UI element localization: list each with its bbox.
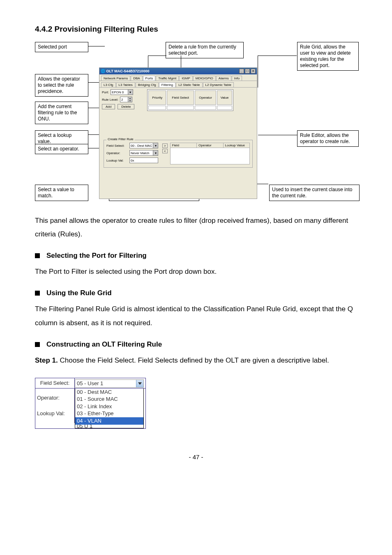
callout-select-value: Select a value to match. bbox=[35, 185, 88, 201]
tab-ports[interactable]: Ports bbox=[143, 76, 156, 81]
square-bullet-icon bbox=[35, 253, 40, 258]
dd-field-select-label: Field Select: bbox=[40, 380, 70, 386]
sec3-step1: Step 1. Choose the Field Select. Field S… bbox=[35, 354, 357, 367]
list-col-field: Field bbox=[171, 143, 197, 148]
section-heading: 4.4.2 Provisioning Filtering Rules bbox=[35, 25, 357, 34]
port-select[interactable]: EPON 0 ▾ bbox=[111, 89, 133, 95]
create-filter-rule-legend: Create Filter Rule bbox=[106, 137, 135, 141]
operator-label: Operator: bbox=[106, 151, 128, 155]
subtab-bridging[interactable]: Bridging Cfg bbox=[136, 82, 159, 87]
app-window: 🌐 OLT MAC-544B37210000 _ □ × Network Par… bbox=[99, 67, 257, 199]
chevron-down-icon: ▾ bbox=[153, 150, 158, 155]
col-operator: Operator bbox=[195, 90, 216, 105]
square-bullet-icon bbox=[35, 342, 40, 347]
dd-lookup-label: Lookup Val: bbox=[37, 410, 73, 416]
tab-alarms[interactable]: Alarms bbox=[216, 76, 231, 81]
window-controls[interactable]: _ □ × bbox=[239, 69, 256, 74]
list-col-lookup: Lookup Value bbox=[224, 143, 249, 148]
callout-used-insert-clause: Used to insert the current clause into t… bbox=[269, 185, 360, 201]
field-select-label: Field Select: bbox=[106, 144, 128, 148]
insert-clause-button[interactable]: > bbox=[162, 143, 168, 148]
subtab-l2static[interactable]: L2 Static Table bbox=[176, 82, 202, 87]
subheading-selecting-port: Selecting the Port for Filtering bbox=[35, 252, 357, 260]
callout-selected-port: Selected port bbox=[35, 42, 88, 52]
square-bullet-icon bbox=[35, 291, 40, 296]
tab-dba[interactable]: DBA bbox=[131, 76, 142, 81]
subheading-constructing-rule: Constructing an OLT Filtering Rule bbox=[35, 340, 357, 349]
field-select-dropdown-screenshot: Field Select: 05 - User 1 Operator: Look… bbox=[35, 378, 146, 429]
rule-level-label: Rule Level: bbox=[102, 98, 118, 102]
dd-option[interactable]: 00 - Dest MAC bbox=[75, 388, 143, 396]
window-title: 🌐 OLT MAC-544B37210000 bbox=[101, 69, 149, 73]
intro-paragraph: This panel allows the operator to create… bbox=[35, 214, 357, 241]
tab-mdio-gpio[interactable]: MDIO/GPIO bbox=[193, 76, 216, 81]
chevron-down-icon[interactable] bbox=[136, 380, 143, 387]
callout-delete-rule: Delete a rule from the currently selecte… bbox=[166, 42, 244, 58]
port-label: Port: bbox=[102, 90, 109, 94]
lookup-val-input[interactable]: 0x bbox=[129, 157, 158, 163]
rule-level-spinner[interactable]: 2 ▴▾ bbox=[120, 97, 132, 102]
subheading-rule-grid: Using the Rule Grid bbox=[35, 289, 357, 297]
maximize-icon[interactable]: □ bbox=[245, 69, 250, 74]
chevron-down-icon: ▾ bbox=[128, 90, 133, 95]
callout-add-current: Add the current filtering rule to the ON… bbox=[35, 102, 88, 124]
field-select-dropdown[interactable]: 00 - Dest MAC ▾ bbox=[129, 143, 158, 148]
minimize-icon[interactable]: _ bbox=[239, 69, 244, 74]
operator-dropdown[interactable]: Never Match ▾ bbox=[129, 150, 158, 156]
clause-list-body[interactable] bbox=[170, 148, 250, 164]
subtab-l2dynamic[interactable]: L2 Dynamic Table bbox=[203, 82, 234, 87]
add-button[interactable]: Add bbox=[102, 104, 115, 109]
clause-list-header: Field Operator Lookup Value bbox=[170, 143, 250, 148]
subtab-l3tables[interactable]: L3 Tables bbox=[116, 82, 135, 87]
tab-info[interactable]: Info bbox=[232, 76, 242, 81]
callout-rule-grid: Rule Grid, allows the user to view and d… bbox=[297, 42, 359, 71]
chevron-down-icon: ▾ bbox=[153, 143, 158, 148]
subtab-filtering[interactable]: Filtering bbox=[159, 82, 175, 87]
dd-option[interactable]: 01 - Source MAC bbox=[75, 395, 143, 403]
subtab-l3cfg[interactable]: L3 Cfg bbox=[101, 82, 116, 87]
window-titlebar: 🌐 OLT MAC-544B37210000 _ □ × bbox=[99, 68, 257, 74]
col-priority: Priority bbox=[148, 90, 166, 105]
callout-rule-editor: Rule Editor, allows the operator to crea… bbox=[297, 130, 359, 147]
dd-option[interactable]: 03 - Ether-Type bbox=[75, 410, 143, 417]
tab-network-params[interactable]: Network Params bbox=[101, 76, 130, 81]
col-field-select: Field Select bbox=[167, 90, 194, 105]
page-number: - 47 - bbox=[35, 453, 357, 460]
callout-operator-precedence: Allows the operator to select the rule p… bbox=[35, 74, 88, 97]
tab-traffic-mgmt[interactable]: Traffic Mgmt bbox=[156, 76, 179, 81]
dd-option[interactable]: 02 - Link Index bbox=[75, 403, 143, 410]
step-label: Step 1. bbox=[35, 356, 58, 364]
sec2-body: The Filtering Panel Rule Grid is almost … bbox=[35, 302, 357, 329]
dd-option-partial[interactable]: 05 U 1 bbox=[75, 425, 143, 428]
col-value: Value bbox=[217, 90, 232, 105]
dd-options-list[interactable]: 00 - Dest MAC 01 - Source MAC 02 - Link … bbox=[75, 388, 144, 428]
list-col-operator: Operator bbox=[197, 143, 223, 148]
delete-clause-button[interactable]: < bbox=[162, 149, 168, 153]
callout-select-operator: Select an operator. bbox=[35, 144, 88, 154]
annotated-diagram: Selected port Allows the operator to sel… bbox=[35, 42, 360, 206]
sec1-body: The Port to Filter is selected using the… bbox=[35, 265, 357, 278]
tabs-sub: L3 Cfg L3 Tables Bridging Cfg Filtering … bbox=[99, 81, 257, 88]
dd-operator-label: Operator: bbox=[37, 395, 73, 401]
dd-option-selected[interactable]: 04 - VLAN bbox=[75, 417, 143, 425]
dd-field-select[interactable]: 05 - User 1 bbox=[75, 379, 144, 388]
rule-grid[interactable]: Priority Field Select Operator Value bbox=[147, 89, 233, 111]
tab-igmp[interactable]: IGMP bbox=[179, 76, 192, 81]
create-filter-rule-group: Create Filter Rule Field Select: 00 - De… bbox=[104, 140, 253, 168]
lookup-val-label: Lookup Val: bbox=[106, 159, 128, 162]
tabs-top: Network Params DBA Ports Traffic Mgmt IG… bbox=[99, 74, 257, 81]
close-icon[interactable]: × bbox=[251, 69, 256, 74]
delete-button[interactable]: Delete bbox=[118, 104, 134, 109]
